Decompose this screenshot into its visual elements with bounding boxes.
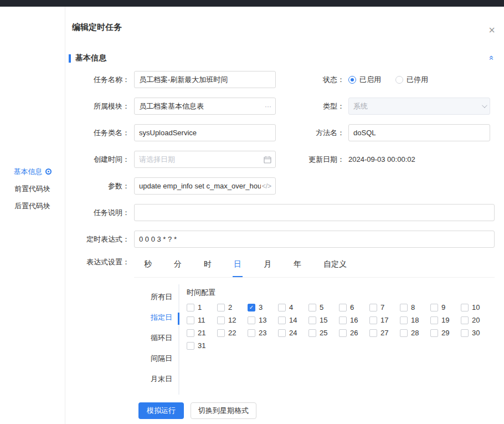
- status-radio-group: 已启用 已停用: [348, 71, 490, 88]
- day-number: 19: [441, 316, 449, 324]
- day-checkbox-4[interactable]: 4: [278, 303, 308, 312]
- tab-hour[interactable]: 时: [203, 257, 213, 277]
- task-name-label: 任务名称：: [72, 75, 134, 85]
- task-form: 任务名称： 状态： 已启用 已停用 所属模块：: [65, 71, 504, 424]
- day-checkbox-30[interactable]: 30: [461, 328, 491, 338]
- day-checkbox-18[interactable]: 18: [400, 315, 430, 325]
- day-checkbox-21[interactable]: 21: [187, 328, 217, 338]
- day-number: 16: [350, 316, 358, 324]
- modal-header: 编辑定时任务: [65, 7, 504, 39]
- day-checkbox-25[interactable]: 25: [308, 328, 339, 338]
- status-radio-disabled[interactable]: 已停用: [395, 75, 428, 85]
- day-checkbox-17[interactable]: 17: [369, 315, 400, 325]
- section-accent-bar: [69, 54, 71, 63]
- day-checkbox-16[interactable]: 16: [339, 315, 369, 325]
- day-checkbox-5[interactable]: 5: [308, 303, 339, 312]
- day-number: 17: [380, 316, 388, 324]
- mode-cycle-days[interactable]: 循环日: [138, 333, 178, 354]
- day-checkbox-7[interactable]: 7: [369, 303, 400, 312]
- form-row: 任务说明：: [72, 204, 504, 221]
- tab-day[interactable]: 日: [233, 257, 243, 277]
- form-row: 创建时间： 更新日期： 2024-09-03 00:00:02: [72, 151, 504, 168]
- module-input[interactable]: [134, 98, 276, 115]
- type-select[interactable]: 系统: [348, 98, 490, 115]
- method-input[interactable]: [348, 124, 490, 141]
- day-checkbox-22[interactable]: 22: [217, 328, 248, 338]
- day-number: 30: [472, 329, 480, 337]
- tab-second[interactable]: 秒: [143, 257, 153, 277]
- close-icon[interactable]: ×: [488, 24, 495, 35]
- day-checkbox-12[interactable]: 12: [217, 315, 248, 325]
- status-radio-enabled[interactable]: 已启用: [348, 75, 381, 85]
- day-checkbox-31[interactable]: 31: [187, 341, 217, 350]
- task-desc-input[interactable]: [134, 204, 495, 221]
- task-class-input[interactable]: [134, 124, 276, 141]
- day-number: 15: [320, 316, 327, 324]
- day-checkbox-10[interactable]: 10: [461, 303, 491, 312]
- day-checkbox-8[interactable]: 8: [400, 303, 430, 312]
- checkbox-icon: [339, 329, 347, 337]
- day-checkbox-9[interactable]: 9: [430, 303, 461, 312]
- expression-settings-row: 表达式设置： 秒 分 时 日 月 年 自定义: [72, 257, 504, 278]
- checkbox-icon: [369, 329, 377, 337]
- day-checkbox-1[interactable]: 1: [187, 303, 217, 312]
- switch-week-format-button[interactable]: 切换到星期格式: [191, 402, 256, 419]
- section-header-basic-info: 基本信息: [69, 53, 504, 63]
- checkbox-icon: [187, 342, 194, 350]
- cron-expression-input[interactable]: [134, 231, 495, 248]
- day-checkbox-15[interactable]: 15: [308, 315, 339, 325]
- task-name-input[interactable]: [134, 71, 276, 88]
- day-number: 2: [228, 303, 232, 311]
- day-checkbox-3[interactable]: ✓3: [248, 303, 278, 312]
- day-mode-nav: 所有日 指定日 循环日 间隔日 月末日: [138, 284, 179, 395]
- params-label: 参数：: [72, 181, 134, 191]
- day-checkbox-23[interactable]: 23: [248, 328, 278, 338]
- sidebar-item-label: 前置代码块: [14, 184, 50, 194]
- day-checkbox-14[interactable]: 14: [278, 315, 308, 325]
- mode-interval-days[interactable]: 间隔日: [138, 354, 178, 374]
- day-number: 6: [350, 303, 354, 311]
- sidebar-item-basic-info[interactable]: 基本信息: [0, 163, 65, 180]
- day-number: 12: [228, 316, 236, 324]
- mode-all-days[interactable]: 所有日: [138, 292, 178, 313]
- day-checkbox-6[interactable]: 6: [339, 303, 369, 312]
- checkbox-icon: [217, 304, 225, 311]
- checkbox-icon: [339, 316, 347, 324]
- collapse-section-icon[interactable]: «: [487, 55, 496, 60]
- day-checkbox-27[interactable]: 27: [369, 328, 400, 338]
- checkbox-icon: [308, 304, 316, 311]
- day-checkbox-19[interactable]: 19: [430, 315, 461, 325]
- time-config-label: 时间配置: [187, 288, 491, 298]
- form-row: 所属模块： ··· 类型： 系统: [72, 98, 504, 115]
- calendar-icon[interactable]: [264, 151, 271, 168]
- day-checkbox-24[interactable]: 24: [278, 328, 308, 338]
- day-checkbox-26[interactable]: 26: [339, 328, 369, 338]
- mode-month-end-day[interactable]: 月末日: [138, 374, 178, 395]
- type-label: 类型：: [276, 101, 348, 111]
- day-checkbox-28[interactable]: 28: [400, 328, 430, 338]
- tab-minute[interactable]: 分: [173, 257, 183, 277]
- checkbox-icon: [278, 304, 286, 311]
- simulate-run-button[interactable]: 模拟运行: [138, 402, 184, 419]
- tab-month[interactable]: 月: [263, 257, 272, 277]
- tab-custom[interactable]: 自定义: [322, 257, 348, 277]
- tab-year[interactable]: 年: [292, 257, 302, 277]
- sidebar-item-post-code-block[interactable]: 后置代码块: [0, 197, 65, 214]
- update-date-label: 更新日期：: [276, 155, 348, 165]
- code-icon[interactable]: </>: [262, 177, 271, 195]
- create-time-date-input[interactable]: [134, 151, 276, 168]
- params-input[interactable]: [134, 177, 276, 195]
- day-checkbox-2[interactable]: 2: [217, 303, 248, 312]
- task-class-label: 任务类名：: [72, 128, 134, 138]
- mode-specified-days[interactable]: 指定日: [138, 313, 178, 333]
- day-checkbox-20[interactable]: 20: [461, 315, 491, 325]
- sidebar-item-pre-code-block[interactable]: 前置代码块: [0, 180, 65, 197]
- day-checkbox-grid: 12✓3456789101112131415161718192021222324…: [187, 303, 491, 350]
- ellipsis-icon[interactable]: ···: [265, 98, 271, 115]
- day-checkbox-29[interactable]: 29: [430, 328, 461, 338]
- checkbox-icon: [248, 316, 255, 324]
- day-number: 27: [380, 329, 388, 337]
- modal-title: 编辑定时任务: [72, 22, 493, 33]
- day-checkbox-11[interactable]: 11: [187, 315, 217, 325]
- day-checkbox-13[interactable]: 13: [248, 315, 278, 325]
